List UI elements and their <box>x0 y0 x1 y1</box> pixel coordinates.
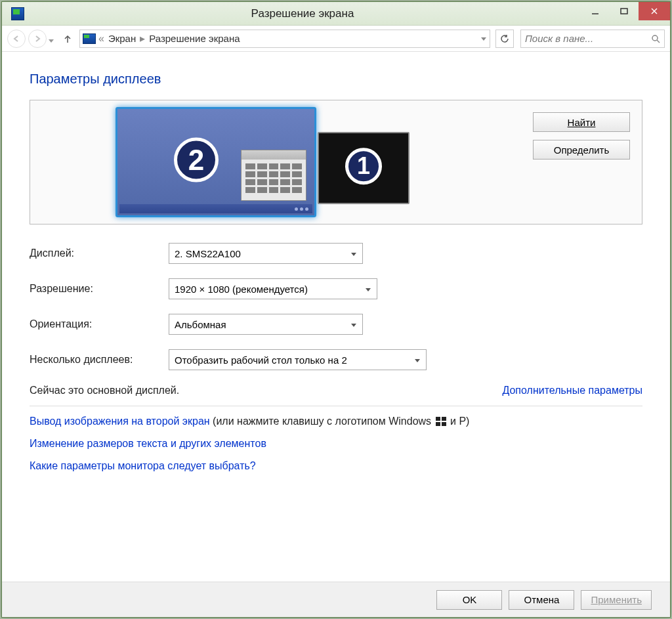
preview-buttons: Найти Определить <box>533 112 630 160</box>
app-icon <box>11 7 24 20</box>
advanced-settings-link[interactable]: Дополнительные параметры <box>502 385 642 396</box>
svg-marker-11 <box>351 324 356 327</box>
chevron-down-icon <box>350 319 357 330</box>
display-preview: 2 1 Найти Определить <box>30 100 642 224</box>
back-button[interactable] <box>7 30 26 48</box>
display-value: 2. SMS22A100 <box>175 248 241 259</box>
primary-display-status: Сейчас это основной дисплей. <box>30 385 179 396</box>
monitor-2-number: 2 <box>174 138 219 182</box>
close-button[interactable] <box>639 2 670 20</box>
orientation-combo[interactable]: Альбомная <box>169 314 363 335</box>
location-icon <box>83 33 96 44</box>
apply-button[interactable]: Применить <box>581 590 652 610</box>
up-button[interactable] <box>61 32 74 45</box>
display-label: Дисплей: <box>30 247 169 259</box>
navbar: « Экран ▸ Разрешение экрана <box>2 26 670 52</box>
identify-button[interactable]: Определить <box>533 140 630 160</box>
settings-form: Дисплей: 2. SMS22A100 Разрешение: 1920 ×… <box>30 243 642 370</box>
svg-line-8 <box>657 40 660 43</box>
svg-marker-6 <box>481 37 486 41</box>
titlebar: Разрешение экрана <box>2 2 670 26</box>
svg-rect-1 <box>621 9 627 14</box>
monitor-1-number: 1 <box>345 148 382 184</box>
display-combo[interactable]: 2. SMS22A100 <box>169 243 363 264</box>
svg-marker-10 <box>366 288 371 291</box>
find-button[interactable]: Найти <box>533 112 630 132</box>
cancel-button[interactable]: Отмена <box>509 590 574 610</box>
textsize-link[interactable]: Изменение размеров текста и других элеме… <box>30 438 266 449</box>
project-hint-b: и P) <box>450 416 469 427</box>
windows-logo-icon <box>436 417 446 426</box>
search-icon <box>651 34 660 43</box>
monitor-1[interactable]: 1 <box>318 132 410 204</box>
orientation-label: Ориентация: <box>30 318 169 330</box>
project-link[interactable]: Вывод изображения на второй экран <box>30 416 210 427</box>
svg-marker-12 <box>415 359 420 362</box>
svg-marker-9 <box>351 253 356 256</box>
footer: OK Отмена Применить <box>2 582 670 617</box>
svg-marker-4 <box>49 39 54 43</box>
help-link[interactable]: Какие параметры монитора следует выбрать… <box>30 460 256 471</box>
maximize-button[interactable] <box>610 2 639 20</box>
resolution-value: 1920 × 1080 (рекомендуется) <box>175 284 308 295</box>
page-heading: Параметры дисплеев <box>30 72 642 87</box>
history-dropdown-icon[interactable] <box>48 35 56 43</box>
multi-display-combo[interactable]: Отобразить рабочий стол только на 2 <box>169 349 427 370</box>
address-bar[interactable]: « Экран ▸ Разрешение экрана <box>79 30 490 48</box>
monitor-2[interactable]: 2 <box>116 107 316 217</box>
multi-display-value: Отобразить рабочий стол только на 2 <box>175 354 347 366</box>
chevron-down-icon <box>365 284 371 295</box>
resolution-label: Разрешение: <box>30 283 169 295</box>
chevron-down-icon <box>350 248 357 259</box>
ok-button[interactable]: OK <box>436 590 502 610</box>
svg-point-7 <box>652 35 658 41</box>
chevron-down-icon <box>414 354 421 366</box>
multi-display-label: Несколько дисплеев: <box>30 354 169 366</box>
orientation-value: Альбомная <box>175 319 226 330</box>
search-box[interactable] <box>520 30 665 48</box>
breadcrumb-parent[interactable]: Экран <box>107 33 137 44</box>
window-controls <box>581 2 670 25</box>
search-input[interactable] <box>525 33 651 44</box>
address-dropdown-icon[interactable] <box>480 33 487 45</box>
monitor-layout[interactable]: 2 1 <box>116 107 410 217</box>
mini-window-icon <box>241 150 306 201</box>
divider <box>30 406 642 406</box>
chevron-left-icon: « <box>98 33 104 45</box>
breadcrumb-current[interactable]: Разрешение экрана <box>148 33 241 44</box>
chevron-right-icon: ▸ <box>140 32 145 45</box>
minimize-button[interactable] <box>581 2 610 20</box>
project-row: Вывод изображения на второй экран (или н… <box>30 416 642 427</box>
refresh-button[interactable] <box>495 30 514 48</box>
window: Разрешение экрана « Экран ▸ Разрешение э… <box>1 1 671 618</box>
window-title: Разрешение экрана <box>24 7 581 20</box>
resolution-combo[interactable]: 1920 × 1080 (рекомендуется) <box>169 278 377 299</box>
content-area: Параметры дисплеев 2 1 Найти Определить <box>2 52 670 472</box>
forward-button[interactable] <box>28 30 47 48</box>
status-row: Сейчас это основной дисплей. Дополнитель… <box>30 385 642 396</box>
project-hint-a: (или нажмите клавишу с логотипом Windows <box>213 416 434 427</box>
